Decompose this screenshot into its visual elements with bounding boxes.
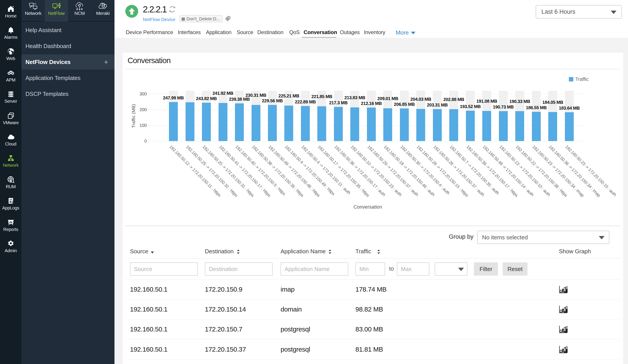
svg-text:M: M [102, 4, 104, 7]
